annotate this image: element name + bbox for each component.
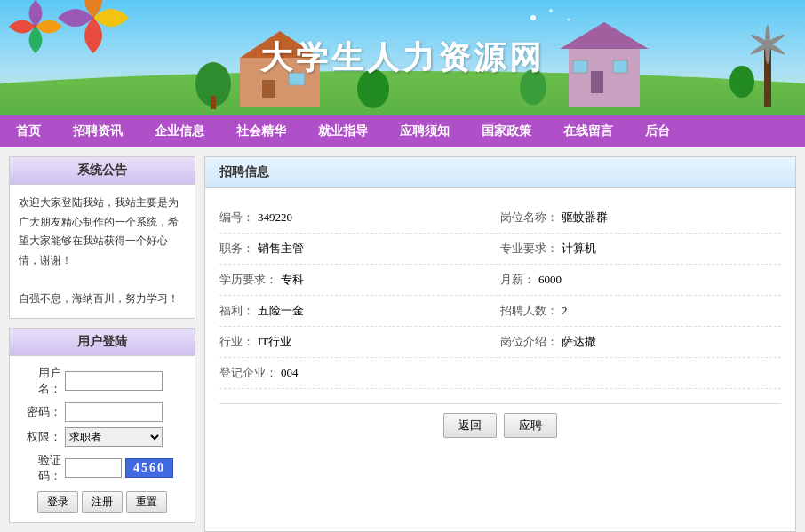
salary-label: 月薪： [500, 272, 535, 288]
info-row-3: 学历要求： 专科 月薪： 6000 [219, 265, 781, 296]
education-cell: 学历要求： 专科 [219, 272, 500, 288]
industry-cell: 行业： IT行业 [219, 334, 500, 350]
login-buttons: 登录 注册 重置 [19, 491, 186, 513]
captcha-label: 验证码： [19, 452, 61, 484]
navbar-item-1[interactable]: 招聘资讯 [57, 115, 139, 147]
login-title: 用户登陆 [10, 329, 195, 356]
education-value: 专科 [281, 272, 304, 288]
role-select[interactable]: 求职者 企业 管理员 [65, 427, 163, 447]
svg-rect-12 [573, 60, 587, 73]
sidebar: 系统公告 欢迎大家登陆我站，我站主要是为广大朋友精心制作的一个系统，希望大家能够… [9, 156, 195, 532]
salary-cell: 月薪： 6000 [500, 272, 781, 288]
duty-cell: 职务： 销售主管 [219, 241, 500, 257]
info-row-1: 编号： 349220 岗位名称： 驱蚊器群 [219, 202, 781, 234]
login-form: 用户名： 密码： 权限： 求职者 企业 管理员 验证码： [10, 356, 195, 522]
action-row: 返回 应聘 [219, 403, 781, 447]
major-label: 专业要求： [500, 241, 558, 257]
svg-point-24 [729, 66, 754, 98]
company-value: 004 [281, 366, 299, 380]
job-desc-label: 岗位介绍： [500, 334, 558, 350]
headcount-label: 招聘人数： [500, 303, 558, 319]
login-button[interactable]: 登录 [37, 491, 78, 513]
register-button[interactable]: 注册 [82, 491, 123, 513]
username-row: 用户名： [19, 365, 186, 397]
job-desc-value: 萨达撒 [562, 334, 596, 350]
main-container: 系统公告 欢迎大家登陆我站，我站主要是为广大朋友精心制作的一个系统，希望大家能够… [0, 147, 805, 532]
svg-point-19 [91, 15, 96, 20]
login-box: 用户登陆 用户名： 密码： 权限： 求职者 企业 管理员 [9, 328, 195, 523]
svg-point-4 [568, 19, 570, 21]
svg-rect-11 [591, 71, 603, 93]
reset-button[interactable]: 重置 [126, 491, 167, 513]
info-row-4: 福利： 五险一金 招聘人数： 2 [219, 296, 781, 327]
info-row-5: 行业： IT行业 岗位介绍： 萨达撒 [219, 327, 781, 358]
industry-label: 行业： [219, 334, 254, 350]
password-input[interactable] [65, 402, 163, 422]
salary-value: 6000 [538, 273, 562, 287]
svg-rect-9 [569, 49, 640, 107]
apply-button[interactable]: 应聘 [504, 413, 557, 438]
education-label: 学历要求： [219, 272, 277, 288]
header-banner: 大学生人力资源网 [0, 0, 805, 115]
navbar-item-5[interactable]: 应聘须知 [384, 115, 466, 147]
svg-point-15 [765, 25, 770, 64]
svg-marker-10 [560, 22, 649, 49]
back-button[interactable]: 返回 [443, 413, 497, 438]
username-label: 用户名： [19, 365, 61, 397]
position-value: 驱蚊器群 [562, 210, 608, 226]
major-value: 计算机 [562, 241, 596, 257]
svg-rect-7 [262, 80, 275, 98]
svg-rect-21 [211, 96, 216, 109]
navbar-item-7[interactable]: 在线留言 [547, 115, 629, 147]
welfare-label: 福利： [219, 303, 254, 319]
industry-value: IT行业 [258, 334, 291, 350]
username-input[interactable] [65, 371, 163, 391]
svg-point-3 [549, 9, 553, 12]
id-value: 349220 [258, 210, 292, 225]
svg-point-16 [749, 32, 785, 56]
job-desc-cell: 岗位介绍： 萨达撒 [500, 334, 781, 350]
svg-rect-13 [613, 60, 627, 73]
password-label: 密码： [19, 404, 61, 420]
svg-point-18 [33, 24, 38, 29]
svg-point-17 [749, 32, 785, 56]
major-cell: 专业要求： 计算机 [500, 241, 781, 257]
navbar-item-8[interactable]: 后台 [629, 115, 686, 147]
position-cell: 岗位名称： 驱蚊器群 [500, 210, 781, 226]
headcount-value: 2 [562, 304, 568, 318]
info-row-2: 职务： 销售主管 专业要求： 计算机 [219, 234, 781, 265]
role-label: 权限： [19, 429, 61, 445]
duty-value: 销售主管 [258, 241, 304, 257]
content-title: 招聘信息 [205, 157, 795, 188]
id-label: 编号： [219, 210, 254, 226]
welfare-value: 五险一金 [258, 303, 304, 319]
captcha-input[interactable] [65, 458, 122, 478]
captcha-display: 4560 [125, 458, 173, 478]
navbar: 首页招聘资讯企业信息社会精华就业指导应聘须知国家政策在线留言后台 [0, 115, 805, 147]
site-title: 大学生人力资源网 [260, 36, 545, 80]
notice-content: 欢迎大家登陆我站，我站主要是为广大朋友精心制作的一个系统，希望大家能够在我站获得… [10, 185, 195, 318]
svg-point-2 [530, 15, 536, 20]
password-row: 密码： [19, 402, 186, 422]
navbar-item-4[interactable]: 就业指导 [302, 115, 384, 147]
notice-title: 系统公告 [10, 157, 195, 185]
svg-rect-14 [764, 44, 771, 107]
navbar-item-2[interactable]: 企业信息 [139, 115, 220, 147]
navbar-item-6[interactable]: 国家政策 [466, 115, 547, 147]
company-cell: 登记企业： 004 [219, 365, 500, 381]
navbar-item-0[interactable]: 首页 [0, 115, 57, 147]
id-cell: 编号： 349220 [219, 210, 500, 226]
position-label: 岗位名称： [500, 210, 558, 226]
content-area: 招聘信息 编号： 349220 岗位名称： 驱蚊器群 职务： 销售主管 [204, 156, 796, 532]
role-row: 权限： 求职者 企业 管理员 [19, 427, 186, 447]
captcha-row: 验证码： 4560 [19, 452, 186, 484]
company-label: 登记企业： [219, 365, 277, 381]
notice-box: 系统公告 欢迎大家登陆我站，我站主要是为广大朋友精心制作的一个系统，希望大家能够… [9, 156, 195, 319]
info-row-6: 登记企业： 004 [219, 358, 781, 389]
welfare-cell: 福利： 五险一金 [219, 303, 500, 319]
navbar-item-3[interactable]: 社会精华 [220, 115, 302, 147]
svg-point-20 [195, 62, 231, 107]
headcount-cell: 招聘人数： 2 [500, 303, 781, 319]
duty-label: 职务： [219, 241, 254, 257]
content-body: 编号： 349220 岗位名称： 驱蚊器群 职务： 销售主管 专业要求： 计算机 [205, 188, 795, 461]
